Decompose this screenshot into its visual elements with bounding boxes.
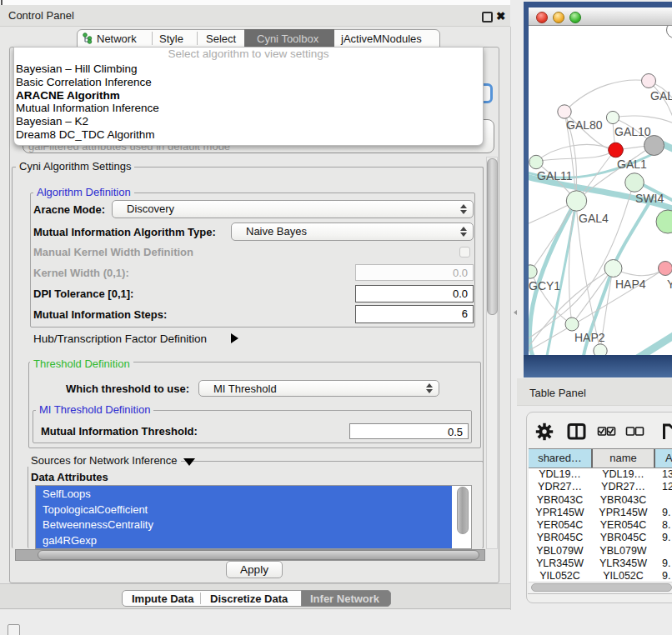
svg-text:GAL1: GAL1: [617, 158, 647, 171]
svg-text:GAL80: GAL80: [566, 118, 603, 132]
svg-text:SWI4: SWI4: [635, 192, 664, 205]
svg-text:HAP2: HAP2: [574, 331, 605, 344]
svg-text:Y: Y: [667, 278, 672, 291]
svg-text:GAL10: GAL10: [614, 125, 651, 138]
svg-text:GAL4: GAL4: [579, 212, 609, 225]
svg-text:GAL: GAL: [650, 89, 672, 102]
svg-text:GCY1: GCY1: [529, 279, 560, 292]
svg-text:HAP4: HAP4: [615, 278, 646, 291]
svg-text:GAL11: GAL11: [537, 169, 573, 182]
